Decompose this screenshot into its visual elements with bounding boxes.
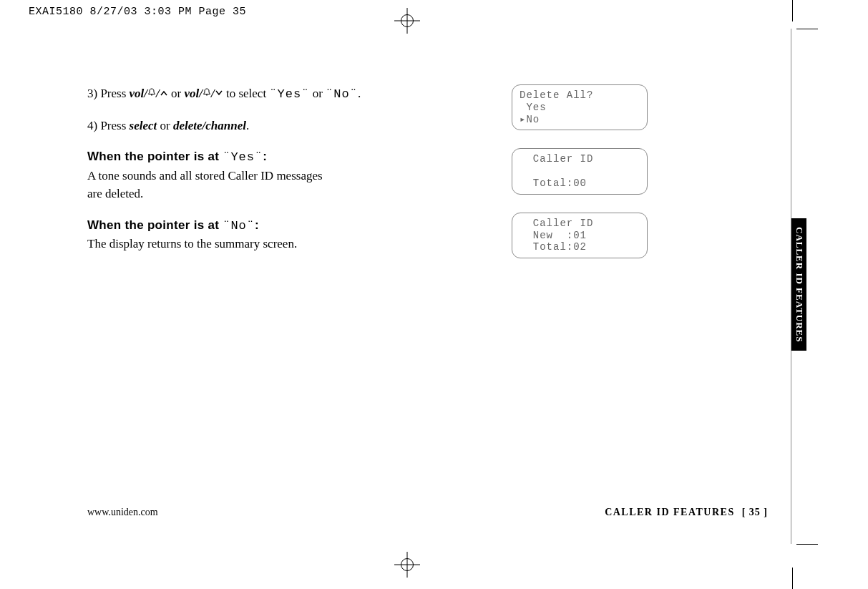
text: . bbox=[246, 119, 249, 132]
subhead: When the pointer is at bbox=[87, 218, 223, 232]
footer-url: www.uniden.com bbox=[87, 507, 158, 518]
text: 3) Press bbox=[87, 87, 130, 100]
step-3: 3) Press vol// or vol// to select ¨Yes¨ … bbox=[87, 84, 488, 104]
lcd-text: ¨Yes¨ bbox=[223, 150, 263, 164]
lcd-screen-summary: Caller ID New :01 Total:02 bbox=[512, 213, 648, 258]
text: to select bbox=[226, 87, 269, 100]
text: or bbox=[171, 87, 184, 100]
chevron-down-icon bbox=[215, 84, 223, 102]
lcd-screens: Delete All? Yes ▸No Caller ID Total:00 C… bbox=[512, 84, 648, 287]
text: : bbox=[263, 150, 267, 163]
crop-mark bbox=[792, 0, 793, 21]
when-no: When the pointer is at ¨No¨: The display… bbox=[87, 216, 488, 253]
text: The display returns to the summary scree… bbox=[87, 237, 297, 250]
crop-mark bbox=[796, 29, 818, 29]
text: : bbox=[255, 218, 259, 232]
lcd-screen-total: Caller ID Total:00 bbox=[512, 148, 648, 194]
step-4: 4) Press select or delete/channel. bbox=[87, 117, 488, 135]
section-tab: CALLER ID FEATURES bbox=[791, 218, 806, 351]
key-label: select bbox=[130, 119, 157, 132]
key-label: delete/channel bbox=[173, 119, 246, 132]
page-footer: www.uniden.com CALLER ID FEATURES [ 35 ] bbox=[87, 507, 768, 518]
vol-label: vol/ bbox=[184, 87, 203, 100]
text: . bbox=[358, 87, 361, 100]
lcd-text: ¨No¨ bbox=[326, 87, 358, 101]
lcd-text: ¨No¨ bbox=[223, 219, 255, 233]
lcd-screen-delete: Delete All? Yes ▸No bbox=[512, 84, 648, 130]
crop-mark bbox=[792, 568, 793, 589]
text: are deleted. bbox=[87, 187, 143, 200]
print-slug: EXAI5180 8/27/03 3:03 PM Page 35 bbox=[29, 6, 246, 18]
bell-icon bbox=[147, 84, 156, 102]
subhead: When the pointer is at bbox=[87, 150, 223, 163]
text: or bbox=[309, 87, 326, 100]
bell-icon bbox=[203, 84, 211, 102]
registration-mark-bottom bbox=[401, 558, 414, 574]
registration-mark-top bbox=[401, 14, 414, 30]
vol-label: vol/ bbox=[130, 87, 148, 100]
body-text: 3) Press vol// or vol// to select ¨Yes¨ … bbox=[87, 84, 488, 266]
crop-mark bbox=[796, 544, 818, 545]
footer-section: CALLER ID FEATURES [ 35 ] bbox=[605, 507, 768, 518]
text: or bbox=[157, 119, 173, 132]
lcd-text: ¨Yes¨ bbox=[269, 87, 309, 101]
text: A tone sounds and all stored Caller ID m… bbox=[87, 169, 323, 182]
when-yes: When the pointer is at ¨Yes¨: A tone sou… bbox=[87, 147, 488, 203]
text: 4) Press bbox=[87, 119, 130, 132]
chevron-up-icon bbox=[160, 84, 168, 102]
